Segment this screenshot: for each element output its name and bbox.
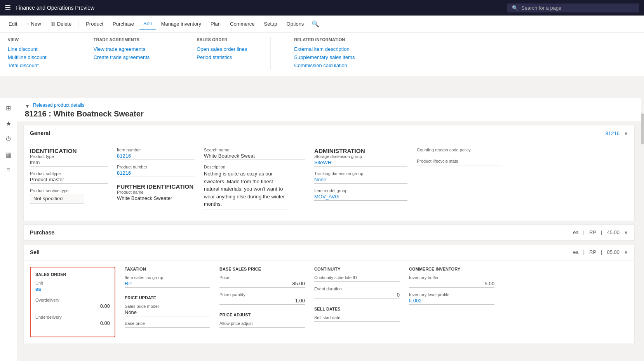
external-item-desc-link[interactable]: External item description <box>294 45 355 53</box>
commission-calc-link[interactable]: Commission calculation <box>294 61 355 69</box>
open-sales-order-lines-link[interactable]: Open sales order lines <box>197 45 247 53</box>
trade-agreements-group: Trade agreements View trade agreements C… <box>94 37 150 69</box>
price-adjust-title: PRICE ADJUST <box>219 312 305 317</box>
sales-price-model-label: Sales price model <box>125 304 210 309</box>
sales-order-box: SALES ORDER Unit ea Overdelivery 0.00 Un… <box>30 267 115 337</box>
price-value: 85.00 <box>219 281 305 288</box>
dd-sep-2 <box>173 37 173 69</box>
counting-reason-label: Counting reason code policy <box>417 148 502 152</box>
purchase-section-header[interactable]: Purchase ea | RP | 45.00 ∨ <box>24 225 634 241</box>
item-number-value: 81216 <box>117 153 195 160</box>
options-button[interactable]: Options <box>283 19 308 29</box>
product-button[interactable]: Product <box>82 19 107 29</box>
general-section-id: 81216 <box>606 130 620 136</box>
sidebar-favorite-icon[interactable]: ★ <box>2 116 16 130</box>
tracking-dim-label: Tracking dimension group <box>314 171 407 176</box>
search-bar[interactable]: 🔍 Search for a page <box>507 3 639 12</box>
underdelivery-value: 0.00 <box>35 320 110 327</box>
allow-price-adjust-field: Allow price adjust <box>219 321 305 328</box>
multiline-discount-link[interactable]: Multiline discount <box>8 53 47 61</box>
sell-button[interactable]: Sell <box>139 18 156 30</box>
inventory-level-profile-value: IL002 <box>409 298 494 305</box>
search-placeholder: Search for a page <box>521 5 561 11</box>
setup-button[interactable]: Setup <box>260 19 281 29</box>
storage-dim-value: SiteWH <box>314 160 407 167</box>
sidebar-recent-icon[interactable]: ⏱ <box>2 132 16 146</box>
commerce-button[interactable]: Commerce <box>226 19 259 29</box>
product-type-value: Item <box>30 160 108 167</box>
product-service-type-value[interactable]: Not specified <box>30 194 84 203</box>
sell-start-date-label: Sell start date <box>314 315 400 320</box>
item-model-group-field: Item model group MOV_AVG <box>314 188 407 201</box>
total-discount-link[interactable]: Total discount <box>8 61 47 69</box>
purchase-section: Purchase ea | RP | 45.00 ∨ <box>23 224 635 241</box>
scrollbar[interactable] <box>641 98 644 361</box>
product-name-value: White Boatneck Sweater <box>117 195 195 202</box>
general-section: General 81216 ∧ IDENTIFICATION Product t… <box>23 125 635 221</box>
plan-button[interactable]: Plan <box>207 19 225 29</box>
price-adjust-group: PRICE ADJUST Allow price adjust <box>219 312 305 328</box>
sidebar-workspace-icon[interactable]: ▦ <box>2 148 16 161</box>
sales-price-model-value: None <box>125 309 210 316</box>
sales-order-title: Sales order <box>197 37 247 42</box>
delete-button[interactable]: 🗑 Delete <box>47 19 76 29</box>
sell-section: Sell ea | RP | 85.00 ∧ SALES ORDER Un <box>23 244 635 344</box>
event-duration-field: Event duration 0 <box>314 286 400 299</box>
sales-order-title: SALES ORDER <box>35 272 110 277</box>
supplementary-sales-link[interactable]: Supplementary sales items <box>294 53 355 61</box>
continuity-schedule-value <box>314 281 400 282</box>
sidebar-home-icon[interactable]: ⊞ <box>2 101 16 115</box>
taxation-group: TAXATION Item sales tax group RP PRICE U… <box>125 267 210 337</box>
inventory-level-profile-label: Inventory level profile <box>409 292 494 297</box>
allow-price-adjust-value <box>219 326 305 328</box>
continuity-schedule-label: Continuity schedule ID <box>314 275 400 280</box>
price-quantity-value: 1.00 <box>219 298 305 305</box>
dd-sep-3 <box>270 37 271 69</box>
commerce-inventory-title: COMMERCE INVENTORY <box>409 267 494 271</box>
line-discount-link[interactable]: Line discount <box>8 45 47 53</box>
continuity-schedule-field: Continuity schedule ID <box>314 275 400 282</box>
sell-rp: RP <box>589 249 596 255</box>
view-trade-agreements-link[interactable]: View trade agreements <box>94 45 150 53</box>
sell-section-header[interactable]: Sell ea | RP | 85.00 ∧ <box>24 245 634 260</box>
continuity-group: CONTINUITY Continuity schedule ID Event … <box>314 267 400 337</box>
scrollbar-thumb[interactable] <box>641 113 644 144</box>
view-group-title: View <box>8 37 47 42</box>
general-collapse-icon: ∧ <box>624 130 628 136</box>
period-statistics-link[interactable]: Period statistics <box>197 53 247 61</box>
storage-dim-label: Storage dimension group <box>314 154 407 159</box>
price-quantity-label: Price quantity <box>219 292 305 297</box>
create-trade-agreements-link[interactable]: Create trade agreements <box>94 53 150 61</box>
product-subtype-field: Product subtype Product master <box>30 171 108 184</box>
unit-field: Unit ea <box>35 281 110 293</box>
sell-dropdown-menu: View Line discount Multiline discount To… <box>0 33 644 76</box>
item-model-group-label: Item model group <box>314 188 407 193</box>
search-name-label: Search name <box>204 148 305 152</box>
hamburger-icon[interactable]: ☰ <box>5 3 11 12</box>
sidebar-list-icon[interactable]: ≡ <box>2 163 16 177</box>
event-duration-label: Event duration <box>314 286 400 291</box>
product-subtype-label: Product subtype <box>30 171 108 176</box>
sell-section-meta: ea | RP | 85.00 ∧ <box>573 249 628 255</box>
sell-sep-2: | <box>601 249 602 255</box>
product-number-field: Product number 81216 <box>117 165 195 177</box>
breadcrumb[interactable]: Released product details <box>33 102 84 108</box>
new-button[interactable]: + New <box>23 19 45 29</box>
view-group: View Line discount Multiline discount To… <box>8 37 47 69</box>
edit-button[interactable]: Edit <box>5 19 21 29</box>
identification-group: IDENTIFICATION Product type Item Product… <box>30 148 108 215</box>
purchase-sep-2: | <box>601 229 602 235</box>
lifecycle-state-value <box>417 164 502 165</box>
search-name-field: Search name White Boatneck Sweat <box>204 148 305 160</box>
overdelivery-field: Overdelivery 0.00 <box>35 298 110 310</box>
product-service-type-field: Product service type Not specified <box>30 188 108 203</box>
base-sales-price-group: BASE SALES PRICE Price 85.00 Price quant… <box>219 267 305 337</box>
purchase-button[interactable]: Purchase <box>109 19 138 29</box>
search-icon: 🔍 <box>512 5 518 11</box>
general-section-header[interactable]: General 81216 ∧ <box>24 125 634 141</box>
manage-inventory-button[interactable]: Manage inventory <box>157 19 205 29</box>
counting-reason-value <box>417 153 502 154</box>
main-layout: ⊞ ★ ⏱ ▦ ≡ ≡ ▼ Released product details 8… <box>0 98 644 361</box>
cmd-search-icon[interactable]: 🔍 <box>309 18 322 30</box>
unit-value[interactable]: ea <box>35 286 110 293</box>
